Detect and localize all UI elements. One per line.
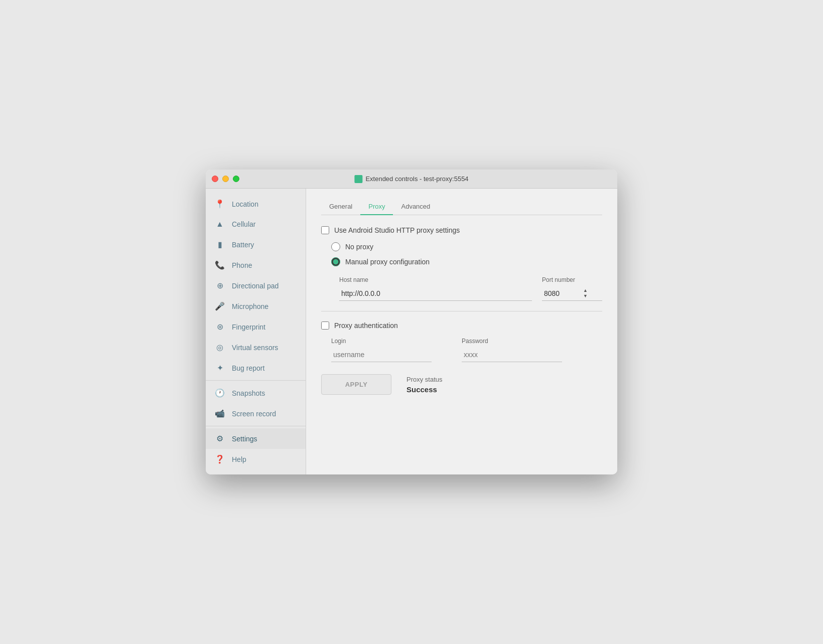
sidebar-label-screen-record: Screen record [232,410,276,418]
snapshots-icon: 🕐 [215,388,225,398]
proxy-auth-label[interactable]: Proxy authentication [334,321,398,330]
main-window: Extended controls - test-proxy:5554 📍 Lo… [206,170,617,474]
window-content: 📍 Location ▲ Cellular ▮ Battery 📞 Phone … [206,189,617,474]
apply-button[interactable]: APPLY [321,374,391,395]
proxy-auth-checkbox[interactable] [321,321,329,330]
use-android-studio-label[interactable]: Use Android Studio HTTP proxy settings [334,226,460,234]
sidebar-label-bug-report: Bug report [232,364,264,372]
device-icon [354,175,362,183]
sidebar-divider [206,380,306,381]
sidebar-item-phone[interactable]: 📞 Phone [206,255,306,275]
phone-icon: 📞 [215,260,225,270]
login-password-row: Login Password [331,338,602,362]
minimize-button[interactable] [222,176,229,182]
login-group: Login [331,338,432,362]
host-port-row: Host name Port number ▲ ▼ [339,276,602,301]
sidebar-item-cellular[interactable]: ▲ Cellular [206,214,306,234]
port-label: Port number [542,276,602,283]
sidebar-item-battery[interactable]: ▮ Battery [206,234,306,255]
tabs-bar: General Proxy Advanced [321,199,602,215]
manual-proxy-radio[interactable] [331,257,340,266]
battery-icon: ▮ [215,240,225,249]
hostname-input[interactable] [339,286,532,301]
sidebar-item-virtual-sensors[interactable]: ◎ Virtual sensors [206,337,306,358]
login-label: Login [331,338,432,345]
sidebar-label-snapshots: Snapshots [232,389,265,397]
sidebar-item-directional-pad[interactable]: ⊕ Directional pad [206,275,306,296]
password-group: Password [462,338,562,362]
cellular-icon: ▲ [215,220,225,229]
no-proxy-row: No proxy [331,242,602,251]
help-icon: ❓ [215,454,225,464]
status-group: Proxy status Success [406,376,443,394]
proxy-status-value: Success [406,385,443,394]
sidebar-label-cellular: Cellular [232,220,255,228]
tab-proxy[interactable]: Proxy [360,199,393,215]
sidebar-item-settings[interactable]: ⚙ Settings [206,428,306,449]
no-proxy-radio[interactable] [331,242,340,251]
sidebar-label-phone: Phone [232,261,252,269]
password-input[interactable] [462,348,562,362]
port-decrement-button[interactable]: ▼ [582,293,589,299]
port-input[interactable] [542,286,582,300]
sidebar-item-location[interactable]: 📍 Location [206,194,306,214]
use-android-studio-row: Use Android Studio HTTP proxy settings [321,226,602,234]
port-wrapper: ▲ ▼ [542,286,602,301]
sidebar-item-fingerprint[interactable]: ⊛ Fingerprint [206,316,306,337]
sidebar-label-help: Help [232,455,246,463]
hostname-label: Host name [339,276,532,283]
auth-section: Proxy authentication Login Password [321,321,602,362]
sidebar-item-screen-record[interactable]: 📹 Screen record [206,403,306,424]
no-proxy-label[interactable]: No proxy [345,243,373,251]
titlebar: Extended controls - test-proxy:5554 [206,170,617,189]
bug-report-icon: ✦ [215,363,225,373]
microphone-icon: 🎤 [215,301,225,311]
proxy-status-label: Proxy status [406,376,443,383]
tab-advanced[interactable]: Advanced [393,199,438,215]
directional-pad-icon: ⊕ [215,281,225,290]
proxy-type-group: No proxy Manual proxy configuration [331,242,602,266]
section-divider [321,311,602,311]
sidebar-label-settings: Settings [232,435,257,443]
sidebar-item-snapshots[interactable]: 🕐 Snapshots [206,383,306,403]
close-button[interactable] [212,176,218,182]
use-android-studio-checkbox[interactable] [321,226,329,234]
manual-proxy-label[interactable]: Manual proxy configuration [345,258,430,266]
sidebar-divider-2 [206,426,306,426]
port-spinners: ▲ ▼ [582,288,589,299]
manual-proxy-row: Manual proxy configuration [331,257,602,266]
port-group: Port number ▲ ▼ [542,276,602,301]
port-increment-button[interactable]: ▲ [582,288,589,293]
tab-general[interactable]: General [321,199,360,215]
sidebar-label-fingerprint: Fingerprint [232,323,265,331]
maximize-button[interactable] [233,176,239,182]
fingerprint-icon: ⊛ [215,322,225,332]
password-label: Password [462,338,562,345]
login-input[interactable] [331,348,432,362]
traffic-lights [212,176,239,182]
hostname-group: Host name [339,276,532,301]
location-icon: 📍 [215,199,225,209]
screen-record-icon: 📹 [215,409,225,418]
virtual-sensors-icon: ◎ [215,343,225,352]
sidebar-item-help[interactable]: ❓ Help [206,449,306,469]
sidebar-item-microphone[interactable]: 🎤 Microphone [206,296,306,316]
settings-icon: ⚙ [215,434,225,443]
sidebar-item-bug-report[interactable]: ✦ Bug report [206,358,306,378]
sidebar: 📍 Location ▲ Cellular ▮ Battery 📞 Phone … [206,189,306,474]
sidebar-label-battery: Battery [232,241,254,249]
proxy-auth-row: Proxy authentication [321,321,602,330]
sidebar-label-microphone: Microphone [232,302,268,310]
window-title-text: Extended controls - test-proxy:5554 [365,175,468,183]
window-title: Extended controls - test-proxy:5554 [354,175,468,183]
proxy-section: Use Android Studio HTTP proxy settings N… [321,226,602,395]
sidebar-label-location: Location [232,200,258,208]
sidebar-label-virtual-sensors: Virtual sensors [232,344,278,352]
main-panel: General Proxy Advanced Use Android Studi… [306,189,617,474]
sidebar-label-directional-pad: Directional pad [232,282,279,290]
apply-status-row: APPLY Proxy status Success [321,374,602,395]
